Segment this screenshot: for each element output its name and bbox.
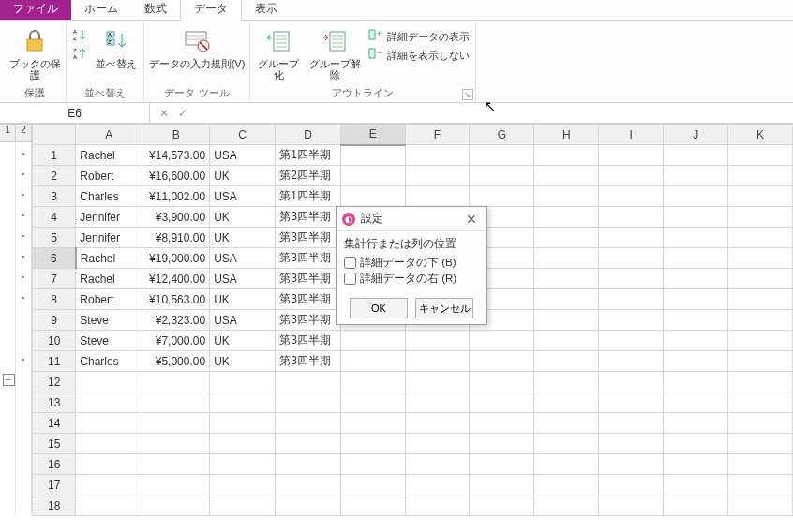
cell[interactable]	[142, 475, 210, 495]
cell[interactable]	[405, 351, 470, 372]
cell[interactable]: ¥3,900.00	[142, 207, 210, 228]
cell[interactable]	[599, 351, 664, 372]
cell[interactable]	[728, 372, 793, 392]
cell[interactable]	[599, 186, 664, 207]
cell[interactable]	[340, 331, 405, 351]
row-header-13[interactable]: 13	[33, 392, 76, 413]
cell[interactable]	[470, 434, 534, 454]
column-header-B[interactable]: B	[142, 125, 210, 145]
column-header-G[interactable]: G	[470, 125, 534, 145]
cell[interactable]	[664, 248, 728, 269]
cell[interactable]	[470, 392, 534, 413]
cell[interactable]	[728, 186, 793, 207]
cell[interactable]: ¥10,563.00	[142, 289, 210, 310]
cell[interactable]	[470, 331, 534, 351]
column-header-K[interactable]: K	[728, 125, 793, 145]
cell[interactable]	[76, 495, 142, 516]
tab-formula[interactable]: 数式	[131, 0, 180, 20]
cell[interactable]	[534, 207, 599, 228]
column-header-E[interactable]: E	[340, 125, 405, 145]
cell[interactable]	[340, 166, 405, 186]
cell[interactable]	[142, 372, 210, 392]
cell[interactable]: 第1四半期	[276, 186, 340, 207]
cell[interactable]	[599, 248, 664, 269]
cell[interactable]	[728, 351, 793, 372]
cell[interactable]	[276, 392, 340, 413]
cell[interactable]	[210, 392, 276, 413]
cell[interactable]	[534, 372, 599, 392]
protect-workbook-button[interactable]: ブックの保護	[7, 24, 62, 82]
column-header-H[interactable]: H	[534, 125, 599, 145]
cell[interactable]	[664, 228, 728, 248]
cell[interactable]	[76, 434, 142, 454]
cell[interactable]	[340, 186, 405, 207]
cell[interactable]: USA	[210, 145, 276, 166]
cell[interactable]	[340, 475, 405, 495]
cell[interactable]	[664, 166, 728, 186]
cell[interactable]: 第3四半期	[276, 207, 340, 228]
data-validation-button[interactable]: データの入力規則(V)	[148, 24, 246, 71]
cell[interactable]	[534, 413, 599, 434]
cell[interactable]	[728, 475, 793, 495]
cell[interactable]: ¥8,910.00	[142, 228, 210, 248]
cell[interactable]	[405, 413, 470, 434]
cell[interactable]: ¥16,600.00	[142, 166, 210, 186]
cell[interactable]	[76, 372, 142, 392]
cell[interactable]	[276, 495, 340, 516]
outline-collapse-button[interactable]: −	[3, 374, 15, 386]
cell[interactable]	[664, 145, 728, 166]
cell[interactable]	[728, 434, 793, 454]
cell[interactable]	[142, 413, 210, 434]
cell[interactable]	[534, 392, 599, 413]
row-header-7[interactable]: 7	[33, 269, 76, 289]
cell[interactable]	[728, 310, 793, 331]
cell[interactable]	[470, 475, 534, 495]
cell[interactable]: 第3四半期	[276, 331, 340, 351]
cell[interactable]: 第3四半期	[276, 248, 340, 269]
cell[interactable]	[534, 228, 599, 248]
cell[interactable]	[340, 351, 405, 372]
cell[interactable]	[664, 207, 728, 228]
cell[interactable]: Steve	[76, 310, 142, 331]
row-header-17[interactable]: 17	[33, 475, 76, 495]
cell[interactable]: Rachel	[76, 145, 142, 166]
row-header-3[interactable]: 3	[33, 186, 76, 207]
sort-desc-button[interactable]: ZA	[70, 45, 89, 62]
cell[interactable]: USA	[210, 186, 276, 207]
cell[interactable]	[599, 269, 664, 289]
cell[interactable]	[76, 475, 142, 495]
row-header-10[interactable]: 10	[33, 331, 76, 351]
cell[interactable]	[142, 392, 210, 413]
cell[interactable]	[664, 289, 728, 310]
cell[interactable]	[210, 454, 276, 475]
row-header-5[interactable]: 5	[33, 228, 76, 248]
cell[interactable]	[210, 495, 276, 516]
cell[interactable]	[276, 434, 340, 454]
cancel-button[interactable]: キャンセル	[415, 298, 473, 318]
column-header-A[interactable]: A	[76, 125, 142, 145]
outline-level-2-button[interactable]: 2	[16, 124, 32, 141]
column-header-J[interactable]: J	[664, 125, 728, 145]
outline-dialog-launcher[interactable]: ↘	[462, 89, 473, 100]
cell[interactable]	[599, 166, 664, 186]
cell[interactable]	[210, 413, 276, 434]
cell[interactable]	[599, 207, 664, 228]
cell[interactable]	[76, 454, 142, 475]
cell[interactable]	[728, 228, 793, 248]
cell[interactable]	[664, 495, 728, 516]
cell[interactable]: Jennifer	[76, 228, 142, 248]
cell[interactable]	[142, 434, 210, 454]
select-all-corner[interactable]	[33, 125, 76, 145]
cell[interactable]	[599, 495, 664, 516]
show-detail-button[interactable]: + 詳細データの表示	[367, 28, 471, 45]
cell[interactable]: Jennifer	[76, 207, 142, 228]
cell[interactable]	[664, 475, 728, 495]
cell[interactable]	[534, 186, 599, 207]
cell[interactable]	[340, 434, 405, 454]
cell[interactable]	[534, 475, 599, 495]
cell[interactable]: Robert	[76, 289, 142, 310]
cell[interactable]	[276, 413, 340, 434]
cell[interactable]	[276, 372, 340, 392]
cell[interactable]: ¥5,000.00	[142, 351, 210, 372]
row-header-14[interactable]: 14	[33, 413, 76, 434]
